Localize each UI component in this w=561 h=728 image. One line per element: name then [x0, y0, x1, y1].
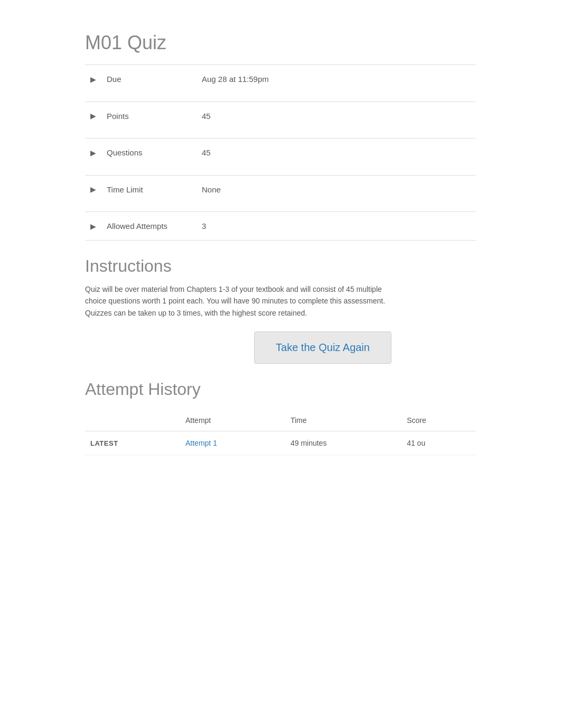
attempt-history-row: LATESTAttempt 149 minutes41 ou [85, 431, 476, 455]
info-row: ▶Questions45 [85, 139, 476, 167]
attempt-score: 41 ou [401, 431, 476, 455]
attempt-history-table: AttemptTimeScore LATESTAttempt 149 minut… [85, 410, 476, 455]
info-row: ▶Allowed Attempts3 [85, 212, 476, 241]
attempt-time: 49 minutes [285, 431, 401, 455]
page-wrapper: M01 Quiz ▶DueAug 28 at 11:59pm▶Points45▶… [43, 0, 518, 497]
quiz-title: M01 Quiz [85, 32, 476, 54]
info-row-icon: ▶ [85, 65, 101, 94]
info-row-label: Allowed Attempts [101, 212, 197, 241]
info-row-icon: ▶ [85, 139, 101, 167]
attempt-status: LATEST [85, 431, 180, 455]
info-row-value: 45 [197, 139, 476, 167]
info-row-icon: ▶ [85, 212, 101, 241]
attempt-table-column-header: Attempt [180, 410, 285, 431]
attempt-link-cell[interactable]: Attempt 1 [180, 431, 285, 455]
instructions-text: Quiz will be over material from Chapters… [85, 283, 402, 319]
info-row-label: Questions [101, 139, 197, 167]
info-row-value: 45 [197, 102, 476, 130]
take-quiz-btn-wrapper: Take the Quiz Again [170, 331, 476, 364]
info-row-value: 3 [197, 212, 476, 241]
attempt-history-heading: Attempt History [85, 380, 476, 399]
info-row-icon: ▶ [85, 102, 101, 130]
spacer-row [85, 130, 476, 139]
attempt-table-column-header: Time [285, 410, 401, 431]
info-row-value: None [197, 175, 476, 204]
info-row: ▶DueAug 28 at 11:59pm [85, 65, 476, 94]
info-row-label: Time Limit [101, 175, 197, 204]
info-row-label: Points [101, 102, 197, 130]
spacer-row [85, 204, 476, 212]
info-row-label: Due [101, 65, 197, 94]
attempt-link[interactable]: Attempt 1 [185, 439, 217, 447]
take-quiz-again-button[interactable]: Take the Quiz Again [254, 331, 391, 364]
info-row: ▶Time LimitNone [85, 175, 476, 204]
spacer-row [85, 93, 476, 102]
attempt-table-column-header [85, 410, 180, 431]
attempt-table-column-header: Score [401, 410, 476, 431]
instructions-heading: Instructions [85, 256, 476, 276]
info-table: ▶DueAug 28 at 11:59pm▶Points45▶Questions… [85, 64, 476, 241]
spacer-row [85, 167, 476, 175]
info-row-icon: ▶ [85, 175, 101, 204]
info-row: ▶Points45 [85, 102, 476, 130]
info-row-value: Aug 28 at 11:59pm [197, 65, 476, 94]
